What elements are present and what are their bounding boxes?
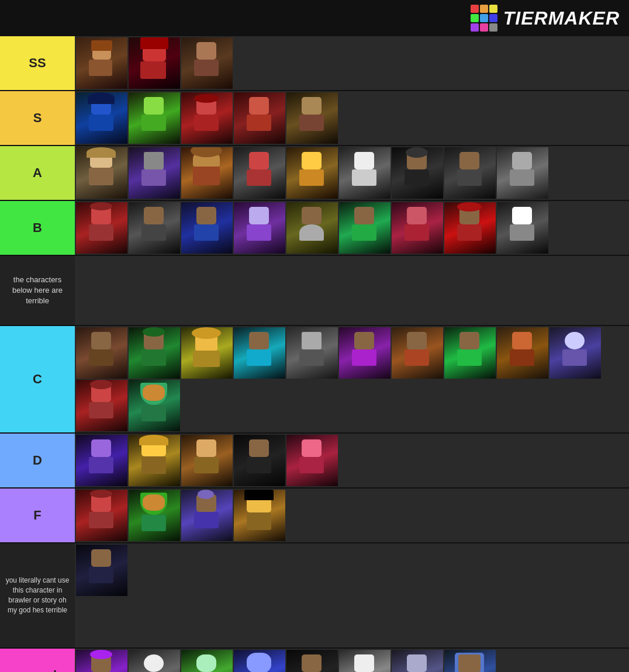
char-c-9[interactable] — [497, 327, 548, 379]
char-d-2[interactable] — [129, 435, 180, 486]
char-b-1[interactable] — [76, 202, 127, 254]
char-a-9[interactable] — [497, 147, 548, 199]
tier-content-f — [75, 489, 629, 542]
tier-content-a — [75, 146, 629, 200]
char-b-9[interactable] — [497, 202, 548, 254]
tier-row-b: B — [0, 201, 629, 256]
char-a-1[interactable] — [76, 147, 127, 199]
char-d-3[interactable] — [181, 435, 233, 486]
char-u-7[interactable] — [392, 650, 443, 672]
logo-grid-icon — [471, 5, 497, 32]
logo-cell-9 — [489, 23, 497, 32]
char-b-6[interactable] — [339, 202, 390, 254]
char-a-5[interactable] — [286, 147, 338, 199]
char-b-8[interactable] — [444, 202, 496, 254]
logo-cell-4 — [471, 14, 479, 22]
char-s-3[interactable] — [181, 92, 233, 144]
char-a-3[interactable] — [181, 147, 233, 199]
char-b-7[interactable] — [392, 202, 443, 254]
char-b-4[interactable] — [234, 202, 285, 254]
tier-content-ss — [75, 36, 629, 90]
char-u-3[interactable] — [181, 650, 233, 672]
logo-cell-5 — [480, 14, 488, 22]
char-f-4[interactable] — [234, 490, 285, 541]
char-s-1[interactable] — [76, 92, 127, 144]
tier-label-d: D — [0, 434, 75, 487]
tiermaker-logo: TiERMAKER — [471, 5, 620, 32]
char-c-7[interactable] — [392, 327, 443, 379]
char-ss-3[interactable] — [181, 37, 233, 89]
char-c-11[interactable] — [76, 380, 127, 431]
tier-row-separator-1: the characters below here are terrible — [0, 256, 629, 326]
char-b-5[interactable] — [286, 202, 338, 254]
char-s-4[interactable] — [234, 92, 285, 144]
char-u-6[interactable] — [339, 650, 390, 672]
char-d-1[interactable] — [76, 435, 127, 486]
tier-label-f: F — [0, 489, 75, 542]
char-d-5[interactable] — [286, 435, 338, 486]
char-c-12[interactable] — [129, 380, 180, 431]
logo-cell-1 — [471, 5, 479, 13]
char-c-8[interactable] — [444, 327, 496, 379]
char-f-2[interactable] — [129, 490, 180, 541]
char-u-8[interactable] — [444, 650, 496, 672]
tier-label-ss: SS — [0, 36, 75, 90]
tiermaker-title: TiERMAKER — [503, 8, 620, 29]
char-a-2[interactable] — [129, 147, 180, 199]
tier-row-s: S — [0, 91, 629, 146]
tier-content-sep1 — [75, 256, 629, 325]
char-b-2[interactable] — [129, 202, 180, 254]
char-s-5[interactable] — [286, 92, 338, 144]
char-c-10[interactable] — [549, 327, 601, 379]
tier-content-d — [75, 434, 629, 487]
char-ss-1[interactable] — [76, 37, 127, 89]
tier-row-a: A — [0, 146, 629, 201]
char-a-8[interactable] — [444, 147, 496, 199]
tier-label-sep2: you literally cant use this character in… — [0, 543, 75, 647]
char-u-1[interactable] — [76, 650, 127, 672]
logo-cell-7 — [471, 23, 479, 32]
tier-label-c: C — [0, 326, 75, 432]
tier-row-separator-2: you literally cant use this character in… — [0, 543, 629, 649]
tier-label-unreal: unreal — [0, 649, 75, 672]
char-s-2[interactable] — [129, 92, 180, 144]
tier-row-c: C — [0, 326, 629, 434]
char-ss-2[interactable] — [129, 37, 180, 89]
char-b-3[interactable] — [181, 202, 233, 254]
char-u-4[interactable] — [234, 650, 285, 672]
char-a-7[interactable] — [392, 147, 443, 199]
tier-list: TiERMAKER SS — [0, 0, 629, 672]
char-c-6[interactable] — [339, 327, 390, 379]
char-a-6[interactable] — [339, 147, 390, 199]
char-d-4[interactable] — [234, 435, 285, 486]
header: TiERMAKER — [0, 0, 629, 36]
char-a-4[interactable] — [234, 147, 285, 199]
char-f-3[interactable] — [181, 490, 233, 541]
tier-content-sep2 — [75, 543, 629, 647]
char-c-3[interactable] — [181, 327, 233, 379]
char-c-4[interactable] — [234, 327, 285, 379]
tier-label-sep1: the characters below here are terrible — [0, 256, 75, 325]
tier-content-s — [75, 91, 629, 145]
char-c-1[interactable] — [76, 327, 127, 379]
tier-row-ss: SS — [0, 36, 629, 91]
logo-cell-8 — [480, 23, 488, 32]
tier-row-d: D — [0, 434, 629, 489]
tier-label-s: S — [0, 91, 75, 145]
tier-label-b: B — [0, 201, 75, 255]
char-sep2-1[interactable] — [76, 545, 127, 596]
tier-content-b — [75, 201, 629, 255]
char-f-1[interactable] — [76, 490, 127, 541]
tier-content-c — [75, 326, 629, 432]
char-c-2[interactable] — [129, 327, 180, 379]
tier-row-unreal: unreal — [0, 649, 629, 672]
logo-cell-6 — [489, 14, 497, 22]
char-u-5[interactable] — [286, 650, 338, 672]
tier-content-unreal — [75, 649, 629, 672]
tier-label-a: A — [0, 146, 75, 200]
logo-cell-2 — [480, 5, 488, 13]
char-c-5[interactable] — [286, 327, 338, 379]
logo-cell-3 — [489, 5, 497, 13]
char-u-2[interactable] — [129, 650, 180, 672]
tier-row-f: F — [0, 489, 629, 543]
